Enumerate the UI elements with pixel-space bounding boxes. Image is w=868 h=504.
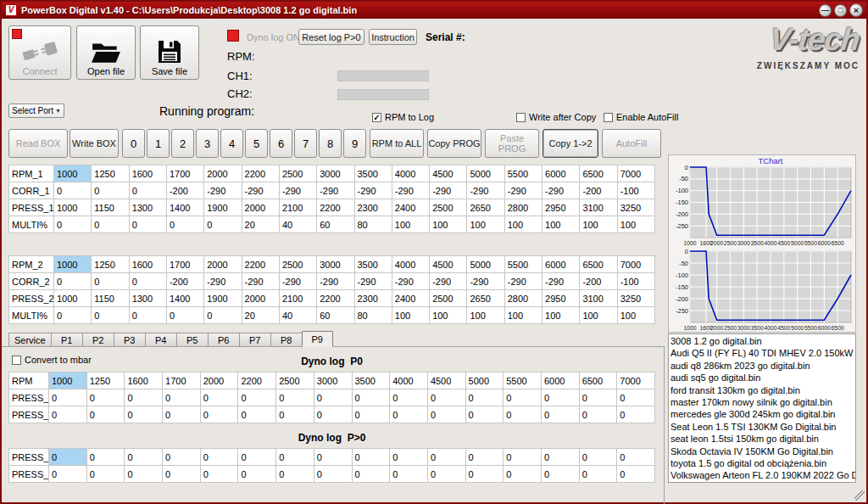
- table-cell[interactable]: 0: [579, 449, 617, 466]
- table-cell[interactable]: -290: [354, 182, 392, 199]
- table-cell[interactable]: 2400: [392, 290, 429, 307]
- table-cell[interactable]: 0: [92, 307, 129, 324]
- table-cell[interactable]: 4500: [430, 256, 467, 273]
- table-cell[interactable]: 0: [352, 406, 390, 423]
- table-cell[interactable]: 0: [49, 389, 87, 406]
- digit-button-4[interactable]: 4: [220, 129, 243, 158]
- table-cell[interactable]: 0: [390, 389, 428, 406]
- table-cell[interactable]: 100: [392, 307, 429, 324]
- table-cell[interactable]: 1900: [204, 199, 242, 216]
- table-cell[interactable]: 0: [314, 406, 352, 423]
- table-cell[interactable]: 0: [86, 466, 125, 483]
- table-cell[interactable]: 0: [86, 389, 125, 406]
- table-cell[interactable]: 6000: [542, 256, 580, 273]
- table-cell[interactable]: -200: [580, 273, 617, 290]
- table-cell[interactable]: 0: [465, 406, 504, 423]
- table-cell[interactable]: 0: [125, 406, 163, 423]
- table-cell[interactable]: 0: [541, 449, 579, 466]
- table-cell[interactable]: 0: [54, 307, 92, 324]
- table-cell[interactable]: 0: [129, 273, 166, 290]
- table-cell[interactable]: -200: [166, 182, 203, 199]
- table-cell[interactable]: 0: [504, 406, 542, 423]
- table-cell[interactable]: 100: [430, 216, 467, 233]
- save-file-button[interactable]: Save file: [140, 25, 199, 80]
- table-cell[interactable]: -290: [430, 182, 467, 199]
- file-list-item[interactable]: audi sq5 go digital.bin: [670, 372, 855, 384]
- table-cell[interactable]: 1000: [54, 256, 92, 273]
- table-cell[interactable]: -290: [392, 182, 429, 199]
- table-cell[interactable]: 0: [92, 182, 129, 199]
- copy-prog-button[interactable]: Copy PROG: [427, 129, 481, 158]
- table-cell[interactable]: 20: [242, 307, 279, 324]
- table-cell[interactable]: 2800: [504, 199, 542, 216]
- table-cell[interactable]: 0: [200, 406, 238, 423]
- table-cell[interactable]: 60: [317, 216, 354, 233]
- table-cell[interactable]: 0: [504, 466, 542, 483]
- table-cell[interactable]: 0: [617, 406, 655, 423]
- table-cell[interactable]: 0: [617, 449, 655, 466]
- table-cell[interactable]: -290: [317, 182, 354, 199]
- table-cell[interactable]: 2950: [542, 290, 580, 307]
- table-cell[interactable]: 0: [49, 449, 87, 466]
- table-cell[interactable]: 2200: [242, 256, 279, 273]
- autofill-button[interactable]: AutoFill: [602, 129, 661, 158]
- table-cell[interactable]: 6000: [541, 372, 579, 389]
- table-cell[interactable]: 2200: [238, 372, 276, 389]
- table-cell[interactable]: 0: [163, 406, 201, 423]
- table-cell[interactable]: 1600: [129, 165, 166, 182]
- table-cell[interactable]: 0: [427, 466, 465, 483]
- rpm-to-all-button[interactable]: RPM to ALL: [370, 129, 424, 158]
- table-cell[interactable]: 1600: [129, 256, 166, 273]
- table-cell[interactable]: 2800: [504, 290, 542, 307]
- table-cell[interactable]: 0: [352, 466, 390, 483]
- table-cell[interactable]: 0: [541, 389, 579, 406]
- table-cell[interactable]: 0: [276, 466, 314, 483]
- digit-button-9[interactable]: 9: [343, 129, 366, 158]
- rpm-to-log-checkbox[interactable]: RPM to Log: [372, 112, 434, 122]
- table-cell[interactable]: 0: [427, 449, 465, 466]
- table-cell[interactable]: 1300: [129, 199, 166, 216]
- file-list-item[interactable]: Seat Leon 1.5 TSI 130KM Go Digital.bin: [670, 421, 855, 433]
- file-list-item[interactable]: Volkswagen Arteon FL 2.0 190KM 2022 Go D…: [670, 469, 855, 481]
- table-cell[interactable]: 0: [92, 216, 129, 233]
- table-cell[interactable]: 0: [541, 466, 579, 483]
- table-cell[interactable]: 0: [49, 466, 87, 483]
- table-cell[interactable]: -290: [504, 182, 542, 199]
- file-list-item[interactable]: toyota 1.5 go digital od obciążenia.bin: [670, 457, 855, 469]
- write-box-button[interactable]: Write BOX: [70, 129, 119, 158]
- tab-p4[interactable]: P4: [145, 333, 176, 347]
- open-file-button[interactable]: Open file: [76, 25, 136, 80]
- table-cell[interactable]: 0: [465, 389, 504, 406]
- table-cell[interactable]: 2100: [279, 290, 316, 307]
- table-cell[interactable]: 0: [238, 449, 276, 466]
- table-cell[interactable]: 1150: [92, 199, 129, 216]
- tab-p7[interactable]: P7: [239, 333, 270, 347]
- table-cell[interactable]: 6500: [580, 256, 617, 273]
- table-cell[interactable]: 80: [354, 307, 392, 324]
- table-cell[interactable]: -290: [467, 273, 504, 290]
- table-cell[interactable]: 0: [314, 466, 352, 483]
- table-cell[interactable]: 1000: [54, 199, 92, 216]
- table-cell[interactable]: 40: [279, 307, 316, 324]
- table-cell[interactable]: 4000: [390, 372, 428, 389]
- table-cell[interactable]: 2500: [430, 290, 467, 307]
- connect-button[interactable]: Connect: [8, 25, 71, 80]
- table-cell[interactable]: 2200: [242, 165, 279, 182]
- table-cell[interactable]: 0: [390, 466, 428, 483]
- table-cell[interactable]: 1400: [166, 199, 203, 216]
- digit-button-3[interactable]: 3: [196, 129, 219, 158]
- table-cell[interactable]: -290: [317, 273, 354, 290]
- table-cell[interactable]: 40: [279, 216, 316, 233]
- table-cell[interactable]: 1250: [92, 256, 129, 273]
- table-cell[interactable]: 1700: [163, 372, 201, 389]
- table-cell[interactable]: -200: [580, 182, 617, 199]
- table-cell[interactable]: 0: [617, 389, 655, 406]
- table-cell[interactable]: 0: [390, 449, 428, 466]
- file-list-item[interactable]: audi q8 286km 2023 go digital.bin: [670, 360, 855, 372]
- table-cell[interactable]: 2000: [204, 256, 242, 273]
- table-cell[interactable]: -100: [617, 273, 654, 290]
- table-cell[interactable]: 0: [238, 389, 276, 406]
- titlebar[interactable]: V PowerBox Digital v1.40 - C:\Users\Prod…: [2, 2, 866, 19]
- instruction-button[interactable]: Instruction: [369, 29, 417, 45]
- table-cell[interactable]: 3000: [314, 372, 352, 389]
